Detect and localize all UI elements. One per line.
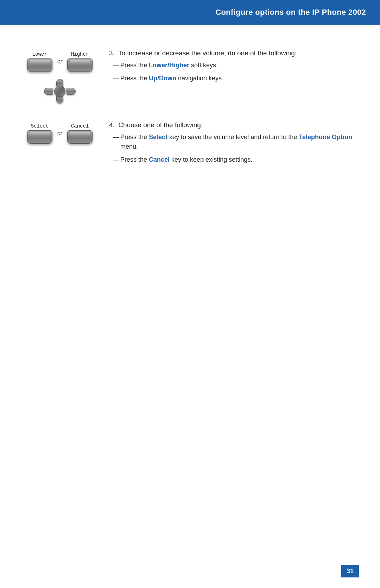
page-header: Configure options on the IP Phone 2002 [0, 0, 380, 25]
step-3-sub2-rest: navigation keys. [176, 75, 223, 82]
select-btn-col: Select [27, 123, 52, 144]
select-cancel-row: Select or Cancel [27, 123, 93, 144]
select-highlight: Select [149, 134, 167, 141]
page-title: Configure options on the IP Phone 2002 [215, 8, 366, 17]
cancel-btn-col: Cancel [67, 123, 93, 144]
step-4-illustration: Select or Cancel [21, 121, 99, 144]
nav-down-arrow [56, 96, 63, 104]
higher-button [67, 58, 93, 72]
step-4-sub1: Press the Select key to save the volume … [113, 132, 359, 151]
cancel-button [67, 130, 93, 144]
step-3-sub1: Press the Lower/Higher soft keys. [113, 61, 359, 70]
step-4-number: 4. Choose one of the following: [109, 121, 359, 129]
navigation-keys [44, 79, 76, 104]
higher-btn-col: Higher [67, 51, 93, 72]
step-4-sub1-rest2: menu. [120, 143, 138, 150]
main-content: Lower or Higher 3. To increa [0, 25, 380, 207]
nav-center-btn [54, 86, 65, 97]
cancel-btn-label: Cancel [71, 123, 89, 129]
step-3-section: Lower or Higher 3. To increa [21, 49, 359, 104]
step-4-sub-list: Press the Select key to save the volume … [109, 132, 359, 165]
nav-right-arrow [66, 88, 76, 95]
page-number-value: 31 [347, 568, 354, 575]
step-4-sub2-pre: Press the [120, 156, 149, 163]
step-4-text: 4. Choose one of the following: Press th… [109, 121, 359, 168]
lower-btn-col: Lower [27, 51, 52, 72]
telephone-option-highlight: Telephone Option [299, 134, 352, 141]
step-3-sub1-rest: soft keys. [189, 62, 218, 69]
step-3-sub2-pre: Press the [120, 75, 149, 82]
step-4-sub2: Press the Cancel key to keep existing se… [113, 155, 359, 165]
nav-left-arrow [44, 88, 53, 95]
step3-or-label: or [57, 58, 62, 65]
lower-btn-label: Lower [32, 51, 47, 57]
page-number: 31 [341, 565, 359, 577]
step-3-text: 3. To increase or decrease the volume, d… [109, 49, 359, 87]
higher-btn-label: Higher [71, 51, 89, 57]
select-btn-label: Select [31, 123, 49, 129]
step-3-number: 3. To increase or decrease the volume, d… [109, 49, 359, 57]
step-4-intro: 4. Choose one of the following: [109, 121, 203, 129]
step-4-section: Select or Cancel 4. Choose one of the fo… [21, 121, 359, 168]
select-button [27, 130, 52, 144]
step-4-sub1-pre: Press the [120, 134, 149, 141]
cancel-highlight: Cancel [149, 156, 170, 163]
step4-or-label: or [57, 130, 62, 137]
updown-highlight: Up/Down [149, 75, 176, 82]
step-3-sub1-pre: Press the [120, 62, 149, 69]
step-4-sub1-rest: key to save the volume level and return … [167, 134, 299, 141]
lower-button [27, 58, 52, 72]
step-3-illustration: Lower or Higher [21, 49, 99, 104]
step-3-sub2: Press the Up/Down navigation keys. [113, 74, 359, 83]
lower-higher-row: Lower or Higher [27, 51, 93, 72]
step-3-sub-list: Press the Lower/Higher soft keys. Press … [109, 61, 359, 83]
step-3-intro: 3. To increase or decrease the volume, d… [109, 49, 297, 57]
lower-higher-highlight: Lower/Higher [149, 62, 189, 69]
step-4-sub2-rest: key to keep existing settings. [170, 156, 252, 163]
